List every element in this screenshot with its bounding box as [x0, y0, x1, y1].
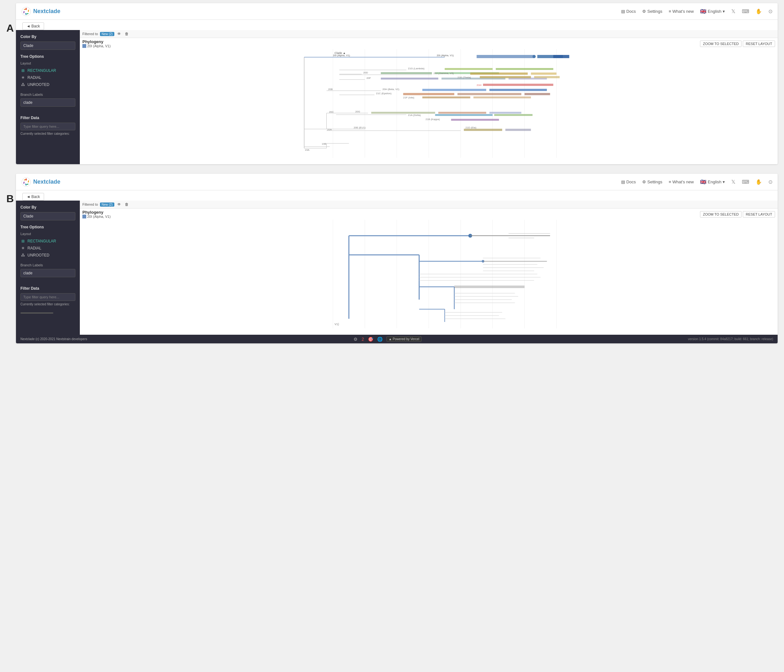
- branch-labels-label: Branch Labels: [20, 93, 75, 96]
- layout-unrooted-b[interactable]: ⁂ UNROOTED: [20, 252, 75, 259]
- delete-filter-button[interactable]: 🗑: [124, 31, 130, 36]
- filter-note-b: Currently selected filter categories:: [20, 302, 75, 306]
- twitter-icon-b[interactable]: 𝕏: [731, 179, 736, 185]
- unrooted-icon: ⁂: [20, 82, 26, 87]
- back-button[interactable]: ◄ Back: [22, 22, 44, 30]
- slack-icon[interactable]: ✋: [756, 8, 762, 14]
- main-content-a: Color By Clade Tree Options Layout ⊞ REC…: [16, 30, 778, 164]
- sidebar-scrollbar[interactable]: [20, 313, 53, 314]
- settings-icon-b: ⚙: [642, 179, 646, 184]
- svg-text:21D (Eta): 21D (Eta): [466, 126, 477, 129]
- delete-filter-button-b[interactable]: 🗑: [124, 202, 130, 207]
- color-by-select[interactable]: Clade: [20, 42, 75, 50]
- eye-button-b[interactable]: 👁: [116, 202, 122, 207]
- github-icon-b[interactable]: ⊙: [768, 179, 773, 185]
- eye-button[interactable]: 👁: [116, 31, 122, 36]
- powered-by-badge[interactable]: ▲ Powered by Vercel: [386, 336, 422, 342]
- back-button-b[interactable]: ◄ Back: [22, 193, 44, 201]
- forum-icon[interactable]: ⌨: [742, 8, 749, 14]
- forum-icon-b[interactable]: ⌨: [742, 179, 749, 185]
- phylo-header: Phylogeny 20I (Alpha, V1) ZOOM TO SELECT…: [80, 38, 778, 49]
- logo-area: Nextclade: [21, 6, 61, 17]
- svg-text:20H (Beta, V2): 20H (Beta, V2): [383, 88, 400, 91]
- section-b-label: B: [6, 193, 14, 205]
- twitter-icon[interactable]: 𝕏: [731, 8, 736, 14]
- svg-rect-63: [381, 72, 432, 74]
- svg-rect-33: [490, 112, 521, 114]
- svg-rect-54: [423, 96, 470, 98]
- svg-rect-24: [464, 129, 502, 131]
- flag-icon: 🇬🇧: [700, 8, 706, 14]
- language-selector-b[interactable]: 🇬🇧 English ▾: [700, 179, 725, 185]
- radial-icon: ✳: [20, 75, 26, 80]
- svg-text:20E (EU1): 20E (EU1): [354, 126, 366, 129]
- branch-labels-select-b[interactable]: clade: [20, 269, 75, 277]
- footer-badge-2[interactable]: 2: [361, 337, 364, 342]
- svg-rect-82: [554, 55, 569, 58]
- reset-layout-button[interactable]: RESET LAYOUT: [743, 40, 775, 47]
- footer-copyright: Nextclade (c) 2020-2021 Nextstrain devel…: [20, 337, 87, 341]
- color-by-title: Color By: [20, 34, 75, 39]
- zoom-to-selected-button[interactable]: ZOOM TO SELECTED: [700, 40, 742, 47]
- phylo-toolbar: Filtered to New (2) 👁 🗑: [80, 30, 778, 38]
- layout-rectangular-b[interactable]: ⊞ RECTANGULAR: [20, 238, 75, 245]
- svg-rect-77: [477, 55, 534, 58]
- header-nav: ▤ Docs ⚙ Settings ≡ What's new 🇬🇧 Englis…: [621, 8, 773, 14]
- svg-rect-32: [439, 112, 486, 114]
- reset-layout-button-b[interactable]: RESET LAYOUT: [743, 211, 775, 218]
- layout-unrooted[interactable]: ⁂ UNROOTED: [20, 81, 75, 88]
- github-icon[interactable]: ⊙: [768, 8, 773, 14]
- whats-new-link-b[interactable]: ≡ What's new: [669, 179, 694, 184]
- footer-icon-3[interactable]: 🎯: [368, 337, 373, 342]
- footer-icon-4[interactable]: 🌐: [377, 337, 383, 342]
- language-selector[interactable]: 🇬🇧 English ▾: [700, 8, 725, 14]
- layout-rectangular[interactable]: ⊞ RECTANGULAR: [20, 67, 75, 74]
- color-by-select-b[interactable]: Clade: [20, 212, 75, 220]
- tree-area-b[interactable]: V1): [80, 220, 778, 329]
- whats-new-link[interactable]: ≡ What's new: [669, 9, 694, 14]
- svg-text:21B (Kappa): 21B (Kappa): [426, 118, 440, 121]
- layout-radial[interactable]: ✳ RADIAL: [20, 74, 75, 81]
- svg-text:21A (Delta): 21A (Delta): [408, 114, 421, 117]
- logo-text-b: Nextclade: [33, 179, 61, 185]
- tree-options-title-b: Tree Options: [20, 225, 75, 229]
- svg-rect-36: [435, 114, 493, 116]
- svg-text:19B: 19B: [322, 142, 327, 145]
- settings-link-b[interactable]: ⚙ Settings: [642, 179, 662, 184]
- phylo-actions: ZOOM TO SELECTED RESET LAYOUT: [700, 40, 775, 47]
- svg-rect-50: [403, 93, 454, 95]
- settings-link[interactable]: ⚙ Settings: [642, 9, 662, 14]
- phylo-actions-b: ZOOM TO SELECTED RESET LAYOUT: [700, 211, 775, 218]
- svg-rect-37: [494, 114, 533, 116]
- logo-icon-b: [21, 177, 31, 187]
- docs-icon: ▤: [621, 9, 625, 14]
- svg-point-84: [25, 181, 28, 184]
- tree-svg-a: Clade ▲ 19B 19A: [80, 49, 778, 158]
- phylogeny-panel-b: Filtered to New (2) 👁 🗑 Phylogeny 20I (A…: [80, 201, 778, 335]
- filter-input-b[interactable]: [20, 293, 75, 301]
- footer-icon-1[interactable]: ⚙: [353, 337, 358, 342]
- list-icon: ≡: [669, 9, 671, 14]
- phylo-title: Phylogeny: [82, 39, 110, 44]
- phylo-subtitle-b: 20I (Alpha, V1): [82, 215, 110, 218]
- filter-input[interactable]: [20, 123, 75, 130]
- svg-text:21F (Iota): 21F (Iota): [403, 96, 415, 99]
- header-nav-b: ▤ Docs ⚙ Settings ≡ What's new 🇬🇧 Englis…: [621, 179, 773, 185]
- svg-text:21H: 21H: [477, 84, 482, 87]
- list-icon-b: ≡: [669, 179, 671, 184]
- svg-rect-55: [474, 96, 531, 98]
- zoom-to-selected-button-b[interactable]: ZOOM TO SELECTED: [700, 211, 742, 218]
- layout-radial-b[interactable]: ✳ RADIAL: [20, 245, 75, 252]
- footer-icons: ⚙ 2 🎯 🌐 ▲ Powered by Vercel: [353, 336, 422, 342]
- svg-text:20I (Alpha, V1): 20I (Alpha, V1): [333, 54, 350, 57]
- svg-text:21E (Theta): 21E (Theta): [457, 76, 471, 79]
- svg-text:V1): V1): [335, 323, 339, 326]
- slack-icon-b[interactable]: ✋: [756, 179, 762, 185]
- branch-labels-select[interactable]: clade: [20, 98, 75, 107]
- docs-link-b[interactable]: ▤ Docs: [621, 179, 636, 184]
- app-footer: Nextclade (c) 2020-2021 Nextstrain devel…: [16, 335, 778, 343]
- tree-area-a[interactable]: Clade ▲ 19B 19A: [80, 49, 778, 159]
- rectangular-icon: ⊞: [20, 68, 26, 73]
- docs-link[interactable]: ▤ Docs: [621, 9, 636, 14]
- svg-rect-67: [445, 68, 493, 70]
